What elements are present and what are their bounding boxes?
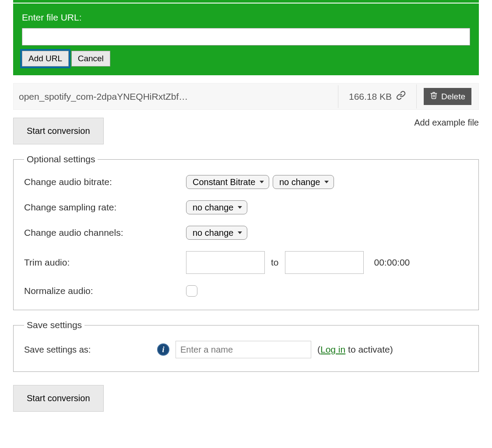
- file-size-text: 166.18 KB: [349, 91, 392, 102]
- url-entry-panel: Enter file URL: Add URL Cancel: [13, 4, 479, 75]
- delete-button[interactable]: Delete: [424, 88, 471, 105]
- sampling-label: Change sampling rate:: [24, 202, 186, 213]
- top-accent-bar: [13, 0, 479, 3]
- start-conversion-button-bottom[interactable]: Start conversion: [13, 385, 104, 412]
- url-input-label: Enter file URL:: [22, 12, 470, 23]
- file-name: open_spotify_com-2dpaYNEQHiRxtZbf…: [14, 85, 338, 108]
- delete-button-label: Delete: [441, 92, 465, 102]
- trim-end-input[interactable]: [285, 251, 364, 274]
- add-url-button[interactable]: Add URL: [22, 51, 69, 66]
- trim-to-text: to: [271, 257, 279, 268]
- login-note: (Log in to activate): [317, 344, 393, 355]
- url-input[interactable]: [22, 28, 470, 46]
- settings-name-input[interactable]: [176, 341, 311, 358]
- bitrate-mode-select[interactable]: Constant Bitrate: [186, 175, 269, 189]
- start-conversion-button-top[interactable]: Start conversion: [13, 118, 104, 144]
- save-settings-fieldset: Save settings Save settings as: i (Log i…: [13, 320, 479, 372]
- file-row: open_spotify_com-2dpaYNEQHiRxtZbf… 166.1…: [13, 83, 479, 110]
- optional-settings-legend: Optional settings: [24, 154, 98, 164]
- link-icon: [396, 91, 406, 102]
- channels-select[interactable]: no change: [186, 226, 247, 240]
- channels-label: Change audio channels:: [24, 228, 186, 238]
- normalize-checkbox[interactable]: [186, 285, 197, 297]
- login-link[interactable]: Log in: [320, 344, 345, 354]
- bitrate-value-select[interactable]: no change: [273, 175, 334, 189]
- add-example-file-link[interactable]: Add example file: [414, 118, 479, 128]
- sampling-select[interactable]: no change: [186, 200, 247, 214]
- save-as-label: Save settings as:: [24, 345, 151, 355]
- info-icon[interactable]: i: [157, 343, 169, 356]
- trim-start-input[interactable]: [186, 251, 265, 274]
- save-settings-legend: Save settings: [24, 320, 84, 330]
- normalize-label: Normalize audio:: [24, 286, 186, 296]
- optional-settings-fieldset: Optional settings Change audio bitrate: …: [13, 154, 479, 310]
- trim-label: Trim audio:: [24, 257, 186, 268]
- trash-icon: [430, 91, 438, 102]
- bitrate-label: Change audio bitrate:: [24, 177, 186, 187]
- file-size-cell: 166.18 KB: [338, 84, 417, 108]
- trim-duration-text: 00:00:00: [374, 257, 410, 268]
- cancel-button[interactable]: Cancel: [71, 51, 110, 66]
